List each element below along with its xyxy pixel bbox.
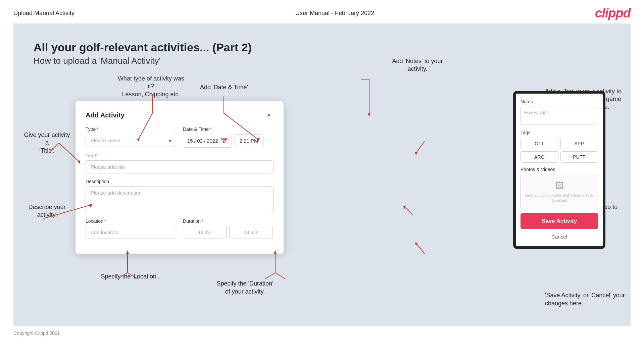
description-textarea[interactable]	[86, 186, 274, 213]
title-group: Title*	[86, 153, 274, 173]
type-select-wrapper: Please select	[86, 134, 176, 147]
phone-screen: Notes Tags OTT APP ARG PUTT Photos & Vid…	[513, 91, 605, 249]
top-bar: Upload Manual Activity User Manual - Feb…	[0, 0, 644, 24]
cancel-button[interactable]: Cancel	[521, 232, 598, 241]
title-input[interactable]	[86, 160, 274, 173]
type-group: Type* Please select	[86, 126, 176, 148]
page-title: Upload Manual Activity	[13, 10, 75, 17]
annotation-title: Give your activity a 'Title'.	[23, 131, 70, 155]
duration-hr-input[interactable]	[183, 226, 227, 239]
datetime-group: Date & Time* 15 / 02 / 2022 📅 2:21 PM	[183, 126, 274, 148]
dialog-title: Add Activity	[86, 111, 125, 119]
tag-ott[interactable]: OTT	[521, 138, 558, 149]
svg-line-16	[265, 273, 275, 279]
title-label: Title*	[86, 153, 274, 158]
date-input[interactable]: 15 / 02 / 2022 📅	[183, 134, 232, 148]
phone-inner: Notes Tags OTT APP ARG PUTT Photos & Vid…	[516, 94, 603, 246]
datetime-label: Date & Time*	[183, 126, 274, 132]
photos-section-label: Photos & Videos	[521, 167, 598, 172]
annotation-save: 'Save Activity' or 'Cancel' your changes…	[545, 292, 626, 307]
time-input[interactable]: 2:21 PM	[235, 134, 263, 147]
tags-grid: OTT APP ARG PUTT	[521, 138, 598, 163]
logo: clippd	[595, 6, 631, 20]
location-label: Location*	[86, 218, 176, 224]
location-duration-row: Location* Duration*	[86, 218, 274, 239]
tag-putt[interactable]: PUTT	[560, 151, 598, 163]
calendar-icon: 📅	[221, 138, 228, 144]
heading-subtitle: How to upload a 'Manual Activity'	[34, 56, 610, 66]
type-label: Type*	[86, 126, 176, 132]
duration-label: Duration*	[183, 218, 274, 224]
tag-arg[interactable]: ARG	[521, 151, 558, 163]
annotation-what-type: What type of activity was it? Lesson, Ch…	[117, 75, 185, 98]
tags-section-label: Tags	[521, 130, 598, 135]
description-label: Description	[86, 179, 274, 184]
annotation-datetime: Add 'Date & Time'.	[195, 84, 255, 91]
svg-marker-25	[403, 206, 406, 209]
duration-group: Duration*	[183, 218, 274, 239]
copyright: Copyright Clippd 2021	[13, 330, 60, 336]
notes-textarea[interactable]	[521, 107, 598, 124]
save-activity-button[interactable]: Save Activity	[521, 213, 598, 229]
svg-line-17	[275, 273, 285, 279]
phone-panel: Notes Tags OTT APP ARG PUTT Photos & Vid…	[513, 91, 610, 249]
type-select[interactable]: Please select	[86, 134, 176, 147]
svg-line-26	[416, 244, 425, 254]
svg-marker-21	[368, 113, 370, 117]
annotation-duration: Specify the 'Duration' of your activity.	[205, 280, 285, 296]
location-group: Location*	[86, 218, 176, 239]
upload-text: Drag and Drop photos and videos or click…	[524, 193, 594, 203]
manual-title: User Manual - February 2022	[295, 10, 374, 17]
notes-section-label: Notes	[521, 99, 598, 104]
svg-line-22	[416, 141, 425, 153]
location-input[interactable]	[86, 226, 176, 239]
heading-block: All your golf-relevant activities... (Pa…	[34, 41, 610, 66]
annotation-notes: Add 'Notes' to your activity.	[382, 57, 453, 73]
main-content: All your golf-relevant activities... (Pa…	[13, 24, 631, 326]
svg-marker-27	[415, 243, 417, 246]
duration-min-input[interactable]	[229, 226, 273, 239]
heading-title: All your golf-relevant activities... (Pa…	[34, 41, 610, 54]
close-button[interactable]: ×	[264, 110, 274, 120]
annotation-description: Describe your activity.	[23, 203, 70, 219]
upload-icon: 🖼	[524, 180, 594, 191]
duration-inputs	[183, 226, 274, 239]
add-activity-dialog: Add Activity × Type* Please select Date …	[76, 101, 284, 254]
dialog-header: Add Activity ×	[86, 110, 274, 120]
description-group: Description	[86, 179, 274, 213]
photos-upload-area[interactable]: 🖼 Drag and Drop photos and videos or cli…	[521, 175, 598, 209]
datetime-inputs: 15 / 02 / 2022 📅 2:21 PM	[183, 134, 274, 148]
svg-marker-23	[415, 152, 417, 155]
type-datetime-row: Type* Please select Date & Time* 15 / 02…	[86, 126, 274, 148]
annotation-location: Specify the 'Location'.	[99, 273, 161, 280]
tag-app[interactable]: APP	[560, 138, 598, 149]
footer: Copyright Clippd 2021	[0, 326, 644, 341]
svg-line-24	[404, 207, 413, 215]
